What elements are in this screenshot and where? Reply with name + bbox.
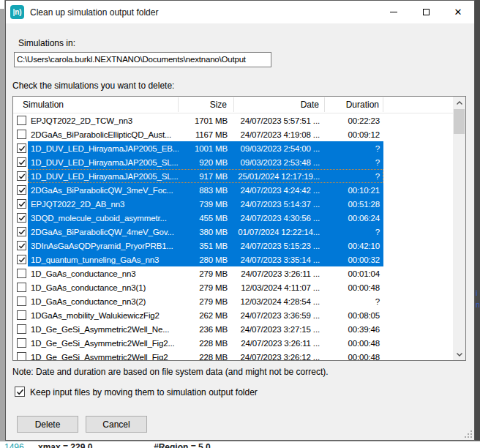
scroll-up-icon[interactable] (453, 97, 465, 109)
vertical-scrollbar[interactable] (453, 97, 465, 360)
table-row[interactable]: 2DGaAs_BiParabolicQW_3meV_Foc...883 MB24… (13, 183, 453, 197)
cell-size: 279 MB (179, 283, 234, 292)
cell-name: 1D_GaAs_conductance_nn3(2) (28, 297, 179, 306)
table-row[interactable]: 1D_GaAs_conductance_nn3279 MB24/07/2023 … (13, 266, 453, 280)
row-checkbox[interactable] (17, 227, 26, 236)
cell-date: 24/07/2023 5:15:23 ... (234, 242, 325, 250)
cell-name: 1D_DUV_LED_HirayamaJAP2005_EB... (28, 144, 179, 153)
maximize-icon (423, 9, 430, 15)
row-checkbox[interactable] (17, 296, 26, 306)
table-row[interactable]: 1D_DUV_LED_HirayamaJAP2005_EB...1001 MB0… (13, 141, 453, 155)
cell-duration: 00:06:24 (325, 214, 383, 223)
cell-duration: 00:39:46 (325, 325, 383, 334)
minimize-button[interactable] (378, 1, 410, 23)
table-row[interactable]: 1D_Ge_GeSi_Asymmetric2Well_Fig2...228 MB… (13, 336, 453, 350)
cell-date: 09/03/2023 2:54:00 ... (234, 144, 325, 153)
table-row[interactable]: 1D_GaAs_conductance_nn3(1)279 MB12/03/20… (13, 280, 453, 294)
maximize-button[interactable] (410, 1, 442, 23)
code-fragment: xmax = 229.0 (38, 442, 92, 448)
keep-input-files-checkbox[interactable] (15, 387, 25, 397)
cell-duration: 00:00:48 (325, 353, 383, 361)
scroll-down-icon[interactable] (453, 348, 465, 360)
cell-name: 1D_GaAs_conductance_nn3(1) (28, 283, 179, 292)
cell-name: 3DInAsGaAsQDPyramid_PryorPRB1... (28, 242, 179, 250)
scrollbar-thumb[interactable] (454, 109, 465, 134)
cell-size: 883 MB (179, 186, 234, 195)
row-checkbox[interactable] (17, 199, 26, 209)
cell-duration: ? (325, 172, 383, 181)
cell-name: 2DGaAs_BiParabolicQW_4meV_Gov... (28, 228, 179, 236)
row-checkbox[interactable] (17, 130, 26, 139)
cell-name: 1D_DUV_LED_HirayamaJAP2005_SL... (28, 172, 179, 181)
row-checkbox[interactable] (17, 143, 26, 153)
table-row[interactable]: 1D_Ge_GeSi_Asymmetric2Well_Fig2228 MB24/… (13, 350, 453, 360)
simulations-in-label: Simulations in: (18, 38, 75, 48)
background-window-left-top (0, 0, 5, 9)
table-row[interactable]: 1D_DUV_LED_HirayamaJAP2005_SL...920 MB09… (13, 155, 453, 169)
table-row[interactable]: 1D_DUV_LED_HirayamaJAP2005_SL...917 MB25… (13, 169, 453, 183)
minimize-icon (390, 12, 397, 12)
table-row[interactable]: 2DGaAs_BiParabolicQW_4meV_Gov...380 MB01… (13, 225, 453, 239)
table-row[interactable]: 2DGaAs_BiParabolicEllipticQD_Aust...1167… (13, 127, 453, 141)
nextnano-logo-icon: |n) (10, 5, 24, 19)
row-checkbox[interactable] (17, 338, 26, 348)
row-checkbox[interactable] (17, 269, 26, 278)
row-checkbox[interactable] (17, 352, 26, 360)
simulation-list-body: EPJQT2022_2D_TCW_nn31701 MB24/07/2023 5:… (13, 113, 453, 360)
cell-size: 455 MB (179, 214, 234, 223)
background-window-right-edge: i n (475, 0, 480, 448)
table-row[interactable]: EPJQT2022_2D_AB_nn3739 MB24/07/2023 5:14… (13, 197, 453, 211)
cell-date: 24/07/2023 5:14:37 ... (234, 200, 325, 209)
cell-size: 262 MB (179, 311, 234, 320)
column-header-size[interactable]: Size (179, 97, 234, 112)
cell-name: 1D_quantum_tunneling_GaAs_nn3 (28, 255, 179, 264)
simulation-list: Simulation Size Date Duration EPJQT2022_… (12, 96, 466, 361)
cell-date: 24/07/2023 3:26:11 ... (234, 269, 325, 278)
row-checkbox[interactable] (17, 324, 26, 334)
delete-button[interactable]: Delete (17, 416, 78, 433)
row-checkbox[interactable] (17, 116, 26, 125)
column-header-date[interactable]: Date (234, 97, 325, 112)
row-checkbox[interactable] (17, 213, 26, 223)
list-header: Simulation Size Date Duration (13, 97, 453, 113)
cell-size: 228 MB (179, 339, 234, 348)
keep-input-files-label: Keep input files by moving them to simul… (30, 387, 258, 397)
cell-date: 01/07/2024 12:22:14... (234, 228, 325, 236)
column-header-filler (383, 97, 453, 112)
resize-grip[interactable] (465, 430, 472, 438)
output-path-field[interactable]: C:\Users\carola.burkl.NEXTNANO\Documents… (14, 52, 271, 67)
table-row[interactable]: 3DInAsGaAsQDPyramid_PryorPRB1...351 MB24… (13, 239, 453, 253)
title-bar[interactable]: |n) Clean up simulation output folder ✕ (6, 1, 474, 23)
row-checkbox[interactable] (17, 241, 26, 250)
row-checkbox[interactable] (17, 310, 26, 320)
cell-duration: ? (325, 297, 383, 306)
cell-duration: 00:09:12 (325, 130, 383, 139)
table-row[interactable]: EPJQT2022_2D_TCW_nn31701 MB24/07/2023 5:… (13, 113, 453, 127)
cell-duration: ? (325, 158, 383, 167)
row-checkbox[interactable] (17, 157, 26, 167)
cell-name: 2DGaAs_BiParabolicQW_3meV_Foc... (28, 186, 179, 195)
cell-date: 12/03/2024 4:28:54 ... (234, 297, 325, 306)
cell-size: 280 MB (179, 255, 234, 264)
check-simulations-label: Check the simulations you want to delete… (12, 81, 174, 91)
column-header-simulation[interactable]: Simulation (13, 97, 179, 112)
row-checkbox[interactable] (17, 283, 26, 292)
cell-size: 1001 MB (179, 144, 234, 153)
column-header-duration[interactable]: Duration (325, 97, 383, 112)
table-row[interactable]: 1D_Ge_GeSi_Asymmetric2Well_Ne...236 MB24… (13, 322, 453, 336)
cell-name: 1DGaAs_mobility_WalukiewiczFig2 (28, 311, 179, 320)
cell-date: 24/07/2023 3:35:14 ... (234, 255, 325, 264)
row-checkbox[interactable] (17, 171, 26, 181)
row-checkbox[interactable] (17, 185, 26, 195)
close-button[interactable]: ✕ (442, 1, 474, 23)
table-row[interactable]: 1DGaAs_mobility_WalukiewiczFig2262 MB24/… (13, 308, 453, 322)
table-row[interactable]: 1D_GaAs_conductance_nn3(2)279 MB12/03/20… (13, 294, 453, 308)
cell-name: 1D_Ge_GeSi_Asymmetric2Well_Ne... (28, 325, 179, 334)
code-fragment: 1496 (4, 442, 24, 448)
row-checkbox[interactable] (17, 255, 26, 264)
cancel-button[interactable]: Cancel (86, 416, 147, 433)
table-row[interactable]: 1D_quantum_tunneling_GaAs_nn3280 MB24/07… (13, 253, 453, 266)
window-title: Clean up simulation output folder (30, 7, 158, 18)
cell-name: 1D_Ge_GeSi_Asymmetric2Well_Fig2 (28, 353, 179, 361)
table-row[interactable]: 3DQD_molecule_cuboid_asymmetr...455 MB24… (13, 211, 453, 225)
